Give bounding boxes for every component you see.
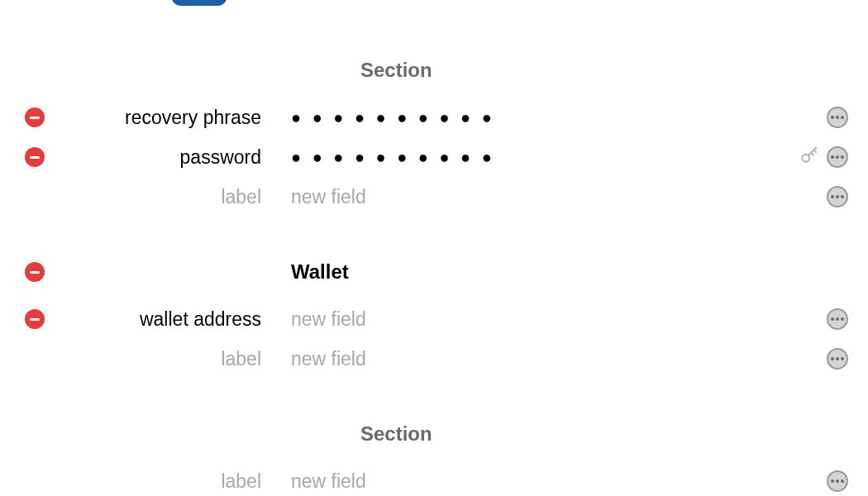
field-value[interactable]: ● ● ● ● ● ● ● ● ● ●: [291, 148, 794, 167]
more-icon[interactable]: [827, 186, 848, 207]
section-block: Section label new field: [0, 418, 868, 496]
field-row: label new field: [0, 339, 868, 379]
key-icon[interactable]: [799, 145, 820, 169]
remove-field-icon[interactable]: [25, 309, 45, 329]
field-row: password ● ● ● ● ● ● ● ● ● ●: [0, 137, 868, 177]
more-icon[interactable]: [827, 470, 848, 492]
spacer: [0, 0, 868, 55]
field-value-placeholder[interactable]: new field: [291, 348, 794, 370]
section-title[interactable]: Section: [360, 422, 432, 446]
remove-field-icon[interactable]: [25, 147, 45, 167]
field-value-placeholder[interactable]: new field: [291, 470, 794, 493]
section-header: Section: [0, 418, 868, 450]
section-header: Wallet: [0, 256, 868, 288]
header-accent: [171, 0, 227, 6]
section-title[interactable]: Wallet: [291, 260, 349, 284]
more-icon[interactable]: [827, 107, 848, 128]
form-container: Section recovery phrase ● ● ● ● ● ● ● ● …: [0, 0, 868, 496]
section-block: Section recovery phrase ● ● ● ● ● ● ● ● …: [0, 55, 868, 217]
more-icon[interactable]: [827, 348, 848, 370]
field-label[interactable]: wallet address: [69, 308, 261, 331]
section-header: Section: [0, 55, 868, 86]
field-label-placeholder[interactable]: label: [69, 186, 261, 208]
more-icon[interactable]: [827, 146, 848, 168]
field-row: wallet address new field: [0, 299, 868, 339]
field-value-placeholder[interactable]: new field: [291, 308, 794, 331]
field-row: label new field: [0, 177, 868, 217]
field-label-placeholder[interactable]: label: [69, 348, 261, 370]
concealed-value: ● ● ● ● ● ● ● ● ● ●: [291, 148, 495, 167]
field-label[interactable]: recovery phrase: [69, 107, 261, 129]
section-title[interactable]: Section: [360, 59, 432, 82]
field-label-placeholder[interactable]: label: [69, 470, 261, 493]
field-row: label new field: [0, 461, 868, 496]
field-value[interactable]: ● ● ● ● ● ● ● ● ● ●: [291, 108, 794, 127]
field-value-placeholder[interactable]: new field: [291, 186, 794, 208]
remove-section-icon[interactable]: [25, 262, 45, 282]
svg-point-0: [802, 155, 809, 162]
remove-field-icon[interactable]: [25, 107, 45, 127]
more-icon[interactable]: [827, 308, 848, 330]
concealed-value: ● ● ● ● ● ● ● ● ● ●: [291, 108, 495, 127]
section-block: Wallet wallet address new field label ne…: [0, 256, 868, 379]
field-label[interactable]: password: [69, 146, 261, 169]
field-row: recovery phrase ● ● ● ● ● ● ● ● ● ●: [0, 98, 868, 137]
